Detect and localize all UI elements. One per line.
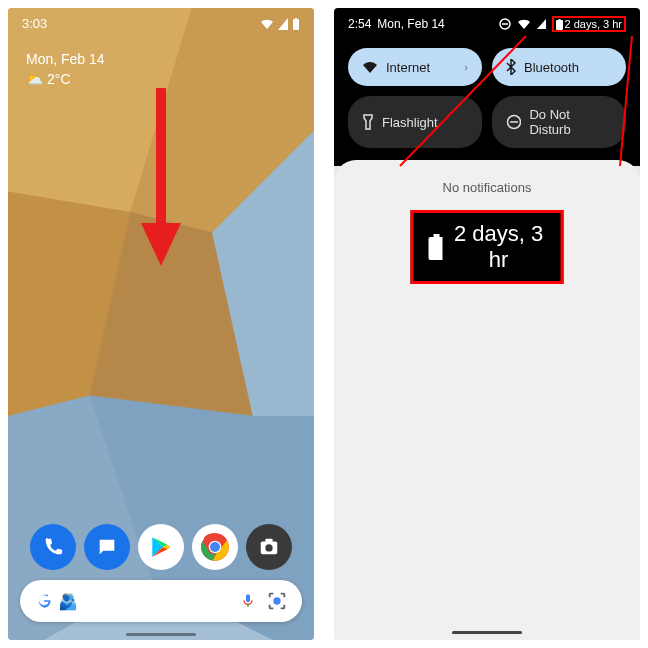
app-dock [8, 524, 314, 570]
chevron-right-icon: › [464, 61, 468, 73]
swipe-down-arrow [141, 88, 181, 268]
quick-settings-screen: 2:54 Mon, Feb 14 2 days, 3 hr Internet ›… [334, 8, 640, 640]
home-screen: 3:03 Mon, Feb 14 ⛅ 2°C 🫂 [8, 8, 314, 640]
tile-dnd[interactable]: Do Not Disturb [492, 96, 626, 148]
tile-bluetooth[interactable]: Bluetooth [492, 48, 626, 86]
mic-icon[interactable] [240, 591, 256, 611]
dnd-status-icon [499, 18, 511, 30]
qs-time: 2:54 [348, 17, 371, 31]
wifi-icon [260, 18, 274, 30]
tile-label: Do Not Disturb [529, 107, 612, 137]
battery-icon [556, 19, 563, 30]
qs-status-bar: 2:54 Mon, Feb 14 2 days, 3 hr [334, 8, 640, 40]
play-store-app[interactable] [138, 524, 184, 570]
weather-icon: ⛅ [26, 71, 43, 87]
zoom-text: 2 days, 3 hr [451, 221, 547, 273]
nav-handle[interactable] [452, 631, 522, 634]
tile-label: Internet [386, 60, 430, 75]
signal-icon [278, 18, 288, 30]
svg-rect-27 [556, 20, 563, 30]
phone-app[interactable] [30, 524, 76, 570]
flashlight-icon [362, 114, 374, 130]
nav-handle[interactable] [126, 633, 196, 636]
lens-icon[interactable] [266, 590, 288, 612]
tile-internet[interactable]: Internet › [348, 48, 482, 86]
qs-tiles: Internet › Bluetooth Flashlight Do Not D… [334, 40, 640, 166]
battery-estimate-box: 2 days, 3 hr [552, 16, 626, 32]
bluetooth-icon [506, 59, 516, 75]
wifi-icon [517, 19, 531, 29]
battery-icon [292, 18, 300, 30]
messages-app[interactable] [84, 524, 130, 570]
svg-rect-21 [265, 539, 272, 543]
svg-point-18 [210, 542, 220, 552]
status-bar: 3:03 [8, 8, 314, 39]
search-emoji: 🫂 [58, 592, 78, 611]
battery-text: 2 days, 3 hr [565, 18, 622, 30]
notification-shade[interactable]: No notifications 2 days, 3 hr [334, 160, 640, 640]
camera-app[interactable] [246, 524, 292, 570]
svg-point-20 [265, 544, 272, 551]
svg-rect-31 [429, 237, 443, 260]
google-g-icon [34, 591, 54, 611]
google-search-bar[interactable]: 🫂 [20, 580, 302, 622]
no-notifications-text: No notifications [354, 180, 620, 195]
wifi-icon [362, 60, 378, 74]
svg-marker-11 [141, 223, 181, 266]
svg-point-24 [273, 597, 280, 604]
svg-rect-9 [295, 18, 297, 19]
svg-rect-10 [156, 88, 166, 228]
zoom-callout: 2 days, 3 hr [411, 210, 564, 284]
home-date: Mon, Feb 14 [26, 51, 296, 67]
svg-rect-32 [434, 234, 440, 237]
tile-label: Flashlight [382, 115, 438, 130]
tile-label: Bluetooth [524, 60, 579, 75]
status-time: 3:03 [22, 16, 47, 31]
svg-rect-8 [293, 19, 299, 30]
tile-flashlight[interactable]: Flashlight [348, 96, 482, 148]
signal-icon [537, 19, 546, 29]
svg-rect-28 [558, 19, 560, 20]
qs-date: Mon, Feb 14 [377, 17, 444, 31]
svg-rect-22 [246, 594, 250, 602]
battery-icon [428, 234, 443, 260]
dnd-icon [506, 114, 521, 130]
home-temp: 2°C [47, 71, 71, 87]
chrome-app[interactable] [192, 524, 238, 570]
